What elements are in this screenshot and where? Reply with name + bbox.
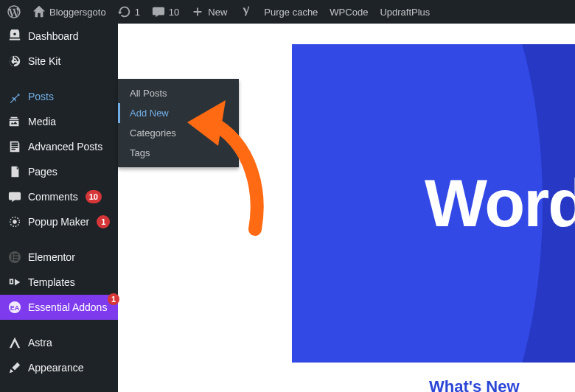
submenu-item-add-new[interactable]: Add New [118, 103, 239, 123]
sidebar-item-pages[interactable]: Pages [0, 159, 118, 184]
svg-point-1 [13, 220, 16, 223]
home-icon [32, 5, 46, 18]
sidebar-item-astra[interactable]: Astra [0, 330, 118, 355]
sidebar-label: Pages [28, 166, 58, 178]
dashboard-icon [7, 29, 22, 43]
sidebar-item-popup-maker[interactable]: Popup Maker 1 [0, 209, 118, 234]
svg-rect-5 [14, 256, 18, 258]
whats-new-heading: What's New [429, 377, 520, 392]
pin-icon [7, 89, 22, 104]
sidebar-item-appearance[interactable]: Appearance [0, 355, 118, 380]
sidebar-item-essential-addons[interactable]: EA Essential Addons 1 [0, 295, 118, 320]
submenu-item-all-posts[interactable]: All Posts [118, 83, 239, 103]
refresh-icon [118, 5, 131, 18]
sidebar-label: Posts [28, 91, 54, 102]
menu-separator [0, 320, 118, 330]
svg-rect-6 [14, 259, 18, 261]
advanced-posts-icon [7, 139, 22, 154]
updates-link[interactable]: 1 [112, 0, 146, 24]
sidebar-item-advanced-posts[interactable]: Advanced Posts [0, 134, 118, 159]
menu-separator [0, 234, 118, 245]
new-label: New [208, 7, 227, 18]
site-name-label: Bloggersgoto [49, 7, 106, 18]
wpcode-link[interactable]: WPCode [324, 0, 374, 24]
sidebar-label: Popup Maker [28, 216, 89, 228]
plus-icon [191, 5, 204, 18]
popup-icon [7, 214, 22, 229]
sitekit-icon [7, 54, 22, 69]
sidebar-label: Astra [28, 337, 52, 349]
purge-cache-label: Purge cache [264, 7, 318, 18]
sidebar-label: Dashboard [28, 30, 79, 42]
essential-badge: 1 [108, 293, 119, 305]
updraft-label: UpdraftPlus [380, 7, 430, 18]
updates-count: 1 [135, 7, 140, 18]
comment-icon [7, 189, 22, 204]
comments-badge: 10 [86, 190, 102, 203]
popup-badge: 1 [97, 215, 110, 228]
sidebar-item-elementor[interactable]: Elementor [0, 245, 118, 270]
posts-submenu: All Posts Add New Categories Tags [118, 79, 239, 167]
wordpress-icon [7, 4, 21, 19]
hero-wordmark: Word [425, 166, 575, 242]
sidebar-label: Media [28, 116, 56, 127]
comment-icon [152, 5, 165, 18]
wp-logo[interactable] [1, 0, 27, 24]
astra-icon [7, 335, 22, 350]
yoast-icon [239, 5, 252, 18]
comments-link[interactable]: 10 [146, 0, 185, 24]
svg-text:EA: EA [10, 304, 20, 312]
brush-icon [7, 360, 22, 375]
svg-rect-4 [14, 254, 18, 256]
sidebar-label: Essential Addons [28, 301, 107, 313]
media-icon [7, 114, 22, 129]
submenu-item-tags[interactable]: Tags [118, 143, 239, 163]
admin-sidebar: Dashboard Site Kit Posts Media Advanced … [0, 24, 118, 392]
updraftplus-link[interactable]: UpdraftPlus [374, 0, 436, 24]
site-name-link[interactable]: Bloggersgoto [27, 0, 112, 24]
sidebar-item-sitekit[interactable]: Site Kit [0, 49, 118, 74]
wordpress-hero-banner: Word [292, 44, 575, 363]
comments-count: 10 [169, 7, 179, 18]
purge-cache-link[interactable]: Purge cache [258, 0, 324, 24]
svg-rect-3 [12, 254, 13, 261]
sidebar-label: Elementor [28, 251, 75, 263]
sidebar-item-dashboard[interactable]: Dashboard [0, 24, 118, 49]
sidebar-label: Advanced Posts [28, 141, 102, 153]
sidebar-item-comments[interactable]: Comments 10 [0, 184, 118, 209]
pages-icon [7, 164, 22, 179]
sidebar-label: Site Kit [28, 55, 60, 67]
new-content-link[interactable]: New [185, 0, 233, 24]
menu-separator [0, 74, 118, 84]
submenu-item-categories[interactable]: Categories [118, 123, 239, 143]
admin-top-bar: Bloggersgoto 1 10 New Purge cache WPCode… [0, 0, 575, 24]
sidebar-label: Appearance [28, 362, 84, 374]
yoast-link[interactable] [233, 0, 258, 24]
sidebar-label: Templates [28, 276, 75, 288]
elementor-icon [7, 250, 22, 265]
templates-icon [7, 275, 22, 290]
wpcode-label: WPCode [330, 7, 368, 18]
essential-addons-icon: EA [7, 300, 22, 315]
sidebar-item-posts[interactable]: Posts [0, 84, 118, 109]
sidebar-item-templates[interactable]: Templates [0, 270, 118, 295]
sidebar-label: Comments [28, 191, 78, 203]
sidebar-item-media[interactable]: Media [0, 109, 118, 134]
